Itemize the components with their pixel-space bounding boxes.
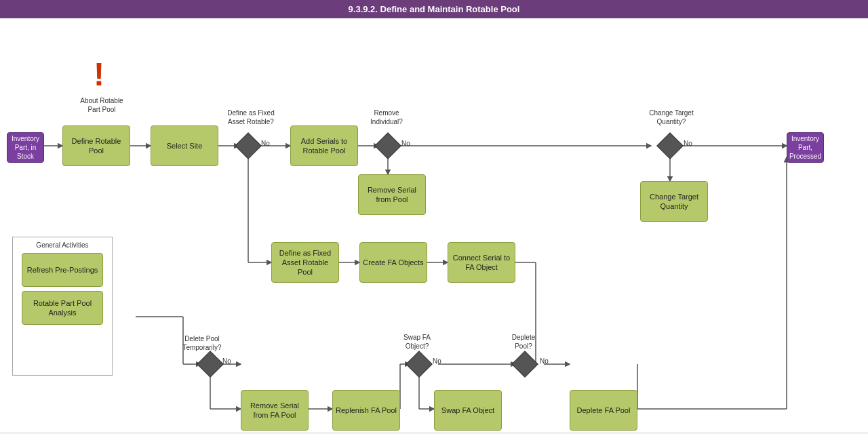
diamond-deplete-label: Deplete Pool? bbox=[503, 333, 544, 351]
arrows-svg bbox=[0, 18, 868, 432]
diagram-container: ! About Rotable Part Pool Inventory Part… bbox=[0, 18, 868, 432]
remove-serial-fa-pool[interactable]: Remove Serial from FA Pool bbox=[241, 390, 309, 431]
no-label-1: No bbox=[261, 140, 270, 147]
diamond-swap-fa bbox=[406, 351, 433, 378]
diamond-change-target-label: Change Target Quantity? bbox=[644, 108, 698, 126]
terminal-end: Inventory Part, Processed bbox=[787, 132, 824, 163]
create-fa-objects[interactable]: Create FA Objects bbox=[359, 242, 427, 283]
diamond-delete-pool-temp bbox=[197, 351, 224, 378]
define-fa-rotable-pool[interactable]: Define as Fixed Asset Rotable Pool bbox=[271, 242, 339, 283]
define-rotable-pool[interactable]: Define Rotable Pool bbox=[62, 125, 130, 166]
diamond-remove-label: Remove Individual? bbox=[363, 108, 410, 126]
diamond-deplete-pool bbox=[511, 351, 538, 378]
title-bar: 9.3.9.2. Define and Maintain Rotable Poo… bbox=[0, 0, 868, 18]
general-activities-title: General Activities bbox=[17, 241, 108, 249]
no-label-6: No bbox=[540, 357, 549, 365]
deplete-fa-pool[interactable]: Deplete FA Pool bbox=[570, 390, 637, 431]
add-serials[interactable]: Add Serials to Rotable Pool bbox=[290, 125, 358, 166]
general-activities-box: General Activities Refresh Pre-Postings … bbox=[12, 237, 113, 376]
replenish-fa-pool[interactable]: Replenish FA Pool bbox=[332, 390, 400, 431]
diamond-remove-individual bbox=[374, 132, 401, 159]
diamond-change-target bbox=[656, 132, 684, 159]
about-icon: ! bbox=[94, 56, 104, 93]
diamond-define-fa bbox=[235, 132, 262, 159]
diamond-delete-pool-label: Delete Pool Temporarily? bbox=[175, 334, 229, 352]
about-label: About Rotable Part Pool bbox=[75, 96, 129, 114]
diagram-title: 9.3.9.2. Define and Maintain Rotable Poo… bbox=[349, 4, 520, 14]
refresh-prepostings[interactable]: Refresh Pre-Postings bbox=[22, 253, 103, 287]
remove-serial-pool[interactable]: Remove Serial from Pool bbox=[358, 174, 426, 215]
diamond-define-fa-label: Define as Fixed Asset Rotable? bbox=[220, 108, 281, 126]
no-label-2: No bbox=[401, 140, 410, 147]
terminal-start: Inventory Part, in Stock bbox=[7, 132, 44, 163]
diamond-swap-fa-label: Swap FA Object? bbox=[393, 333, 441, 351]
select-site[interactable]: Select Site bbox=[151, 125, 218, 166]
no-label-3: No bbox=[684, 140, 692, 147]
change-target-qty[interactable]: Change Target Quantity bbox=[640, 181, 708, 222]
no-label-4: No bbox=[222, 357, 231, 365]
connect-serial-fa[interactable]: Connect Serial to FA Object bbox=[448, 242, 515, 283]
no-label-5: No bbox=[433, 357, 441, 365]
rotable-part-pool-analysis[interactable]: Rotable Part Pool Analysis bbox=[22, 291, 103, 325]
swap-fa-object[interactable]: Swap FA Object bbox=[434, 390, 502, 431]
